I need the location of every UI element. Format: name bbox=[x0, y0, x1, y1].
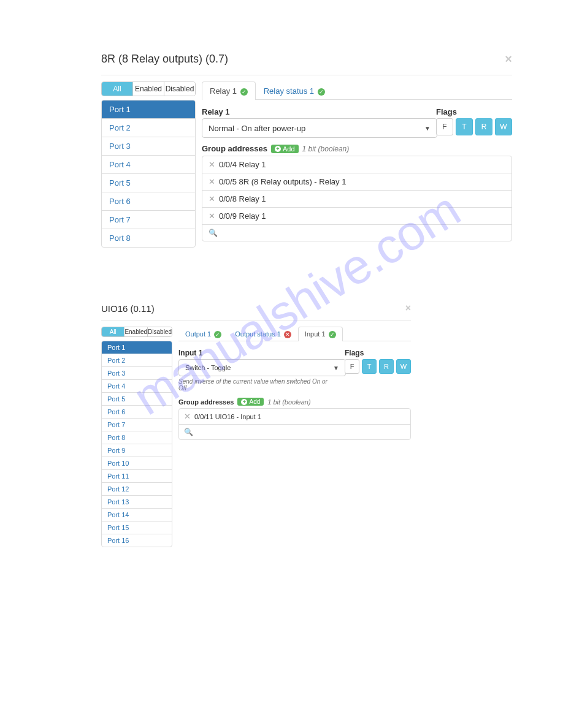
port-item[interactable]: Port 6 bbox=[102, 406, 172, 419]
flag-w-toggle[interactable]: W bbox=[495, 118, 512, 135]
check-circle-icon: ✓ bbox=[240, 88, 248, 96]
port-item[interactable]: Port 1 bbox=[102, 341, 172, 354]
filter-all-button[interactable]: All bbox=[102, 327, 124, 336]
port-item[interactable]: Port 3 bbox=[102, 367, 172, 380]
port-item[interactable]: Port 5 bbox=[102, 393, 172, 406]
search-icon: 🔍 bbox=[184, 428, 193, 436]
port-item[interactable]: Port 10 bbox=[102, 457, 172, 470]
port-item[interactable]: Port 9 bbox=[102, 444, 172, 457]
port-list: Port 1Port 2Port 3Port 4Port 5Port 6Port… bbox=[101, 100, 196, 248]
filter-enabled-button[interactable]: Enabled bbox=[124, 327, 148, 336]
group-address-search[interactable]: 🔍 bbox=[179, 425, 410, 439]
field-label: Relay 1 bbox=[202, 107, 424, 116]
group-address-text: 0/0/9 Relay 1 bbox=[219, 211, 266, 221]
group-address-item: ✕0/0/4 Relay 1 bbox=[202, 156, 511, 173]
tab[interactable]: Relay 1 ✓ bbox=[202, 82, 256, 100]
mode-select[interactable]: Switch - Toggle ▼ bbox=[178, 359, 346, 376]
flag-t-toggle[interactable]: T bbox=[362, 359, 377, 374]
remove-icon[interactable]: ✕ bbox=[184, 412, 191, 421]
add-button-label: Add bbox=[283, 145, 295, 153]
add-button-label: Add bbox=[249, 398, 260, 405]
port-item[interactable]: Port 7 bbox=[102, 211, 195, 229]
add-button[interactable]: + Add bbox=[271, 145, 299, 153]
tab[interactable]: Input 1 ✓ bbox=[298, 327, 343, 341]
plus-icon: + bbox=[275, 146, 281, 152]
tab-label: Input 1 bbox=[305, 330, 327, 338]
tab-label: Output 1 bbox=[185, 330, 213, 338]
error-circle-icon: ✕ bbox=[284, 331, 291, 338]
remove-icon[interactable]: ✕ bbox=[209, 177, 215, 186]
chevron-down-icon: ▼ bbox=[424, 125, 431, 132]
plus-icon: + bbox=[241, 399, 247, 405]
filter-button-group: All Enabled Disabled bbox=[101, 327, 172, 337]
filter-disabled-button[interactable]: Disabled bbox=[164, 82, 195, 96]
group-addresses-label: Group addresses bbox=[202, 144, 267, 153]
flags-group: FTRW bbox=[345, 359, 411, 374]
port-item[interactable]: Port 15 bbox=[102, 521, 172, 534]
check-circle-icon: ✓ bbox=[214, 331, 221, 338]
group-address-text: 0/0/5 8R (8 Relay outputs) - Relay 1 bbox=[219, 177, 346, 186]
port-item[interactable]: Port 3 bbox=[102, 137, 195, 156]
port-item[interactable]: Port 8 bbox=[102, 431, 172, 444]
close-icon[interactable]: × bbox=[505, 52, 512, 66]
select-value: Switch - Toggle bbox=[185, 364, 231, 371]
group-address-text: 0/0/11 UIO16 - Input 1 bbox=[194, 413, 261, 420]
filter-enabled-button[interactable]: Enabled bbox=[133, 82, 164, 96]
port-item[interactable]: Port 6 bbox=[102, 192, 195, 211]
port-item[interactable]: Port 13 bbox=[102, 496, 172, 509]
main-content: Relay 1 ✓Relay status 1 ✓ Relay 1 Normal… bbox=[202, 82, 512, 248]
port-item[interactable]: Port 5 bbox=[102, 174, 195, 192]
help-text: Send inverse of the current value when s… bbox=[178, 378, 332, 392]
port-item[interactable]: Port 11 bbox=[102, 470, 172, 483]
filter-disabled-button[interactable]: Disabled bbox=[148, 327, 172, 336]
tabs: Relay 1 ✓Relay status 1 ✓ bbox=[202, 82, 512, 100]
remove-icon[interactable]: ✕ bbox=[209, 211, 215, 221]
filter-all-button[interactable]: All bbox=[102, 82, 133, 96]
port-item[interactable]: Port 16 bbox=[102, 534, 172, 547]
address-type: 1 bit (boolean) bbox=[302, 145, 350, 153]
close-icon[interactable]: × bbox=[405, 303, 411, 314]
flag-w-toggle[interactable]: W bbox=[396, 359, 411, 374]
check-circle-icon: ✓ bbox=[329, 331, 336, 338]
chevron-down-icon: ▼ bbox=[333, 365, 339, 371]
tab-label: Output status 1 bbox=[235, 330, 283, 338]
port-item[interactable]: Port 2 bbox=[102, 119, 195, 137]
port-item[interactable]: Port 8 bbox=[102, 229, 195, 247]
sidebar: All Enabled Disabled Port 1Port 2Port 3P… bbox=[101, 327, 172, 547]
port-item[interactable]: Port 1 bbox=[102, 100, 195, 119]
filter-button-group: All Enabled Disabled bbox=[101, 82, 196, 96]
panel-uio16: UIO16 (0.11) × All Enabled Disabled Port… bbox=[101, 297, 411, 547]
port-item[interactable]: Port 4 bbox=[102, 156, 195, 174]
address-type: 1 bit (boolean) bbox=[267, 398, 310, 406]
tab[interactable]: Relay status 1 ✓ bbox=[256, 82, 333, 100]
remove-icon[interactable]: ✕ bbox=[209, 160, 215, 169]
flag-f-toggle[interactable]: F bbox=[436, 118, 453, 135]
flag-r-toggle[interactable]: R bbox=[475, 118, 492, 135]
search-icon: 🔍 bbox=[209, 229, 218, 237]
main-content: Output 1 ✓Output status 1 ✕Input 1 ✓ Inp… bbox=[178, 327, 411, 547]
tab[interactable]: Output 1 ✓ bbox=[178, 327, 228, 341]
port-item[interactable]: Port 7 bbox=[102, 419, 172, 431]
group-address-item: ✕0/0/8 Relay 1 bbox=[202, 191, 511, 208]
tab[interactable]: Output status 1 ✕ bbox=[228, 327, 298, 341]
remove-icon[interactable]: ✕ bbox=[209, 194, 215, 203]
panel-8r: 8R (8 Relay outputs) (0.7) × All Enabled… bbox=[101, 43, 512, 248]
tab-label: Relay status 1 bbox=[264, 86, 316, 96]
panel-title: UIO16 (0.11) bbox=[101, 303, 155, 314]
flag-f-toggle[interactable]: F bbox=[345, 359, 359, 374]
group-address-text: 0/0/8 Relay 1 bbox=[219, 194, 266, 203]
port-item[interactable]: Port 2 bbox=[102, 354, 172, 367]
add-button[interactable]: + Add bbox=[237, 398, 264, 406]
flags-group: FTRW bbox=[436, 118, 512, 135]
port-item[interactable]: Port 4 bbox=[102, 380, 172, 393]
check-circle-icon: ✓ bbox=[318, 88, 325, 96]
flag-t-toggle[interactable]: T bbox=[456, 118, 473, 135]
panel-title: 8R (8 Relay outputs) (0.7) bbox=[101, 53, 228, 66]
port-item[interactable]: Port 12 bbox=[102, 483, 172, 496]
port-item[interactable]: Port 14 bbox=[102, 509, 172, 521]
flag-r-toggle[interactable]: R bbox=[379, 359, 394, 374]
group-address-search[interactable]: 🔍 bbox=[202, 225, 511, 241]
mode-select[interactable]: Normal - On after power-up ▼ bbox=[202, 118, 437, 138]
group-address-list: ✕0/0/4 Relay 1✕0/0/5 8R (8 Relay outputs… bbox=[202, 156, 512, 241]
group-address-item: ✕0/0/5 8R (8 Relay outputs) - Relay 1 bbox=[202, 173, 511, 191]
